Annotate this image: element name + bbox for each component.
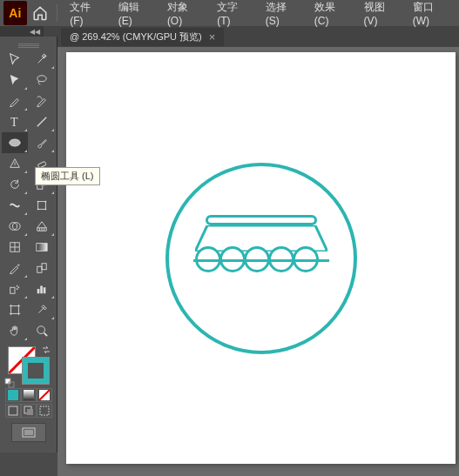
screen-mode-button[interactable] — [11, 423, 46, 442]
document-tab[interactable]: @ 269.42% (CMYK/GPU 预览) × — [61, 28, 224, 46]
rotate-tool[interactable] — [2, 174, 28, 195]
menu-object[interactable]: 对象(O) — [160, 0, 208, 30]
symbol-sprayer-tool[interactable] — [2, 278, 28, 299]
document-tab-label: @ 269.42% (CMYK/GPU 预览) — [70, 30, 202, 44]
magic-wand-tool[interactable] — [29, 49, 55, 70]
ellipse-tool[interactable] — [2, 132, 28, 153]
svg-rect-24 — [43, 287, 45, 293]
menu-type[interactable]: 文字(T) — [210, 0, 256, 30]
panel-collapse-bar[interactable]: ◀◀ — [0, 26, 44, 37]
svg-rect-29 — [5, 379, 10, 384]
menu-edit[interactable]: 编辑(E) — [111, 0, 159, 30]
svg-point-26 — [37, 326, 44, 334]
svg-rect-15 — [36, 244, 46, 251]
color-mode-row — [2, 388, 55, 402]
svg-text:T: T — [10, 116, 18, 128]
collapse-icon: ◀◀ — [30, 28, 40, 36]
blend-tool[interactable] — [29, 258, 55, 278]
shape-builder-tool[interactable] — [2, 216, 28, 237]
svg-rect-33 — [9, 406, 17, 415]
svg-point-10 — [37, 209, 38, 211]
svg-rect-16 — [37, 266, 41, 272]
svg-rect-17 — [42, 264, 46, 270]
panel-grip[interactable] — [2, 40, 55, 47]
direct-selection-tool[interactable] — [2, 70, 28, 91]
home-icon[interactable] — [29, 1, 52, 25]
mesh-tool[interactable] — [2, 237, 28, 258]
svg-point-8 — [37, 201, 38, 203]
perspective-grid-tool[interactable] — [29, 216, 55, 237]
draw-mode-row — [2, 404, 55, 418]
paintbrush-tool[interactable] — [29, 132, 55, 153]
draw-normal[interactable] — [5, 404, 21, 418]
separator — [57, 4, 57, 22]
draw-inside[interactable] — [37, 404, 52, 418]
line-tool[interactable] — [29, 111, 55, 132]
free-transform-tool[interactable] — [29, 195, 55, 216]
svg-rect-25 — [11, 306, 19, 314]
artboard[interactable] — [66, 52, 456, 464]
svg-point-20 — [18, 286, 20, 288]
hand-tool[interactable] — [2, 320, 28, 341]
color-mode-solid[interactable] — [5, 388, 21, 402]
svg-point-11 — [44, 209, 46, 211]
svg-rect-35 — [27, 409, 33, 415]
svg-rect-18 — [10, 287, 15, 293]
menu-select[interactable]: 选择(S) — [259, 0, 306, 30]
svg-point-9 — [44, 201, 46, 203]
width-tool[interactable] — [2, 195, 28, 216]
menu-file[interactable]: 文件(F) — [63, 0, 109, 30]
draw-behind[interactable] — [21, 404, 37, 418]
menu-window[interactable]: 窗口(W) — [406, 0, 456, 30]
shaper-tool[interactable] — [2, 153, 28, 174]
svg-rect-36 — [40, 406, 49, 415]
artwork-underline — [193, 259, 329, 262]
menu-bar: Ai 文件(F) 编辑(E) 对象(O) 文字(T) 选择(S) 效果(C) 视… — [0, 0, 459, 26]
eyedropper-tool[interactable] — [2, 258, 28, 278]
stroke-swatch[interactable] — [22, 357, 50, 385]
svg-rect-7 — [37, 202, 45, 210]
curvature-tool[interactable] — [29, 91, 55, 111]
app-logo: Ai — [3, 1, 27, 25]
lasso-tool[interactable] — [29, 70, 55, 91]
menu-effect[interactable]: 效果(C) — [307, 0, 355, 30]
default-fill-stroke-icon[interactable] — [4, 378, 15, 388]
canvas-area[interactable] — [57, 47, 459, 476]
pen-tool[interactable] — [2, 91, 28, 111]
color-mode-gradient[interactable] — [21, 388, 37, 402]
tools-panel: T — [0, 37, 57, 453]
fill-stroke-swatches[interactable] — [8, 346, 50, 385]
svg-point-3 — [10, 139, 20, 146]
slice-tool[interactable] — [29, 299, 55, 320]
svg-rect-22 — [37, 289, 39, 293]
swap-fill-stroke-icon[interactable] — [41, 345, 51, 355]
svg-point-21 — [17, 288, 18, 290]
gradient-tool[interactable] — [29, 237, 55, 258]
svg-line-27 — [44, 333, 47, 337]
column-graph-tool[interactable] — [29, 278, 55, 299]
svg-line-2 — [37, 117, 46, 127]
artboard-tool[interactable] — [2, 299, 28, 320]
artwork-top-bar — [206, 215, 317, 225]
svg-rect-23 — [40, 286, 43, 294]
tool-tooltip: 椭圆工具 (L) — [35, 167, 100, 185]
svg-point-19 — [17, 285, 18, 287]
zoom-tool[interactable] — [29, 320, 55, 341]
svg-rect-38 — [24, 430, 33, 435]
close-icon[interactable]: × — [209, 30, 216, 44]
color-mode-none[interactable] — [37, 388, 52, 402]
selection-tool[interactable] — [2, 49, 28, 70]
type-tool[interactable]: T — [2, 111, 28, 132]
artwork[interactable] — [165, 163, 357, 354]
svg-point-0 — [37, 76, 46, 82]
menu-view[interactable]: 视图(V) — [357, 0, 404, 30]
